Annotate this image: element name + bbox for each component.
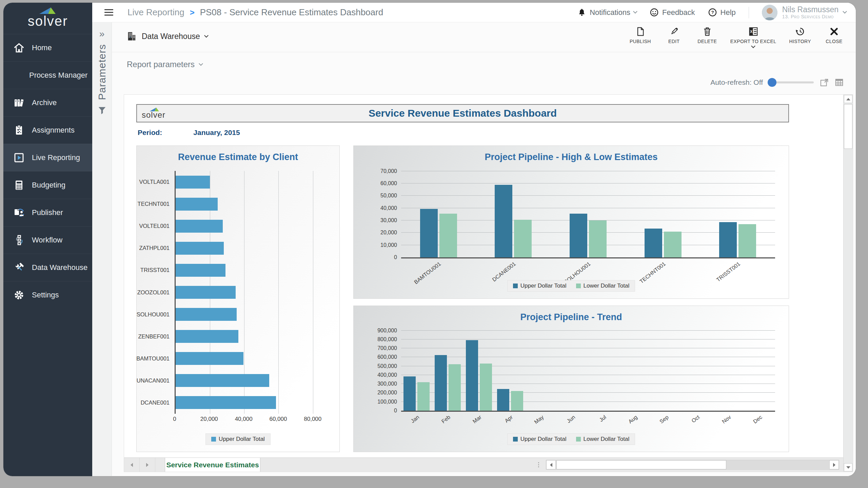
app-window: solver Home Process Manager Archive xyxy=(3,3,856,476)
data-warehouse-icon xyxy=(12,262,26,273)
bar-TECHNT001 xyxy=(645,229,662,257)
breadcrumb-separator: > xyxy=(190,8,195,17)
bar-group-Dec: Dec xyxy=(744,327,775,411)
user-context: 13. Pro Services Demo xyxy=(782,14,839,19)
sidebar-item-archive[interactable]: Archive xyxy=(3,89,92,116)
chart-legend: Upper Dollar TotalLower Dollar Total xyxy=(354,433,789,445)
x-category-label: Apr xyxy=(504,414,514,424)
edit-button[interactable]: EDIT xyxy=(664,26,684,48)
scroll-up-button[interactable] xyxy=(844,95,852,103)
close-button[interactable]: CLOSE xyxy=(824,26,844,48)
breadcrumb-page: PS08 - Service Revenue Estimates Dashboa… xyxy=(200,7,383,18)
grid-view-icon[interactable] xyxy=(835,78,844,87)
sidebar-item-budgeting[interactable]: Budgeting xyxy=(3,171,92,199)
x-tick-label: 40,000 xyxy=(235,416,253,423)
x-category-label: TRISST001 xyxy=(715,261,742,283)
expand-parameters-icon[interactable]: » xyxy=(99,28,105,39)
sidebar-item-settings[interactable]: Settings xyxy=(3,281,92,309)
bar-Feb xyxy=(449,364,461,411)
settings-gear-icon xyxy=(12,290,26,300)
x-category-label: Nov xyxy=(721,414,732,425)
report-parameters-toggle[interactable]: Report parameters xyxy=(127,60,202,69)
publish-button[interactable]: PUBLISH xyxy=(630,26,651,48)
vertical-scrollbar[interactable] xyxy=(843,95,853,472)
sidebar-item-home[interactable]: Home xyxy=(3,34,92,61)
user-menu[interactable]: Nils Rasmussen 13. Pro Services Demo xyxy=(762,5,846,20)
horizontal-scroll-thumb[interactable] xyxy=(556,460,726,469)
x-category-label: Aug xyxy=(627,414,639,425)
breadcrumb-section[interactable]: Live Reporting xyxy=(127,7,184,18)
vertical-scroll-thumb[interactable] xyxy=(844,104,852,149)
tab-filler xyxy=(260,458,535,472)
feedback-button[interactable]: Feedback xyxy=(650,8,695,17)
bar-SOLHOU001 xyxy=(570,214,587,257)
sidebar-item-workflow[interactable]: Workflow xyxy=(3,226,92,254)
slider-knob[interactable] xyxy=(768,78,776,87)
tab-splitter-handle[interactable] xyxy=(535,458,542,472)
solver-logo: solver xyxy=(3,3,92,32)
report-toolbar: Data Warehouse PUBLISH EDIT DELETE X xyxy=(112,22,856,52)
solver-logo-mark xyxy=(39,7,56,14)
category-label: VOLTLA001 xyxy=(137,171,173,193)
archive-icon xyxy=(12,97,26,108)
sidebar-item-data-warehouse[interactable]: Data Warehouse xyxy=(3,254,92,281)
bar-group-Jul: Jul xyxy=(588,327,619,411)
delete-button[interactable]: DELETE xyxy=(697,26,717,48)
scroll-right-button[interactable] xyxy=(829,460,839,469)
y-tick-label: 200,000 xyxy=(377,390,397,396)
tab-scroll-right-button[interactable] xyxy=(140,458,155,472)
category-label: ZOOZOL001 xyxy=(137,281,173,303)
bar-group-Aug: Aug xyxy=(619,327,650,411)
category-label: BAMTOU001 xyxy=(137,348,173,370)
bar-Jan xyxy=(403,376,416,411)
bar-BAMTOU001 xyxy=(176,352,243,365)
auto-refresh-slider[interactable] xyxy=(769,81,814,83)
y-tick-label: 40,000 xyxy=(380,205,397,211)
chart-pipeline-trend: Project Pipeline - Trend 0100,000200,000… xyxy=(353,306,789,452)
help-button[interactable]: ? Help xyxy=(708,8,736,17)
avatar xyxy=(762,5,777,20)
scroll-left-button[interactable] xyxy=(546,460,556,469)
topbar-divider xyxy=(749,7,749,18)
publish-page-icon xyxy=(635,26,645,37)
hamburger-menu-icon[interactable] xyxy=(104,7,113,17)
bar-SOLHOU001 xyxy=(176,308,237,321)
data-source-dropdown[interactable]: Data Warehouse xyxy=(127,31,208,41)
assignments-icon xyxy=(12,125,26,136)
sidebar-item-assignments[interactable]: Assignments xyxy=(3,116,92,144)
category-label: SOLHOU001 xyxy=(137,304,173,326)
tab-service-revenue-estimates[interactable]: Service Revenue Estimates xyxy=(165,458,260,472)
history-button[interactable]: HISTORY xyxy=(789,26,811,48)
x-category-label: Jul xyxy=(598,414,607,423)
horizontal-scrollbar[interactable] xyxy=(546,460,839,470)
bar-group-May: May xyxy=(526,327,557,411)
bar-Mar xyxy=(466,340,478,411)
category-label: DCANE001 xyxy=(137,392,173,414)
budgeting-icon xyxy=(12,180,26,191)
bar-group-Oct: Oct xyxy=(682,327,713,411)
bar-DCANE001 xyxy=(514,220,532,257)
bar-TECHNT001 xyxy=(176,198,218,211)
x-category-label: Mar xyxy=(472,414,483,425)
y-tick-label: 50,000 xyxy=(380,193,397,199)
bar-ZATHPL001 xyxy=(176,242,224,255)
x-category-label: Feb xyxy=(440,414,452,425)
scroll-down-button[interactable] xyxy=(844,463,852,471)
y-tick-label: 400,000 xyxy=(377,372,397,378)
y-tick-label: 500,000 xyxy=(377,363,397,369)
y-tick-label: 600,000 xyxy=(377,354,397,360)
sidebar-item-live-reporting[interactable]: Live Reporting xyxy=(3,144,92,171)
sidebar-item-process-manager[interactable]: Process Manager xyxy=(3,61,92,89)
bar-TRISST001 xyxy=(738,224,756,257)
export-to-excel-button[interactable]: X EXPORT TO EXCEL xyxy=(730,26,776,48)
expand-view-icon[interactable] xyxy=(820,78,829,87)
tab-scroll-left-button[interactable] xyxy=(124,458,140,472)
bar-group-Feb: Feb xyxy=(432,327,463,411)
report-viewport: solver Service Revenue Estimates Dashboa… xyxy=(124,94,853,472)
chevron-down-icon xyxy=(751,44,755,48)
x-category-label: May xyxy=(533,414,545,425)
filter-funnel-icon[interactable] xyxy=(98,106,106,116)
sidebar-item-publisher[interactable]: Publisher xyxy=(3,199,92,226)
notifications-button[interactable]: Notifications xyxy=(577,8,637,17)
bar-group-SOLHOU001: SOLHOU001 xyxy=(551,167,626,257)
